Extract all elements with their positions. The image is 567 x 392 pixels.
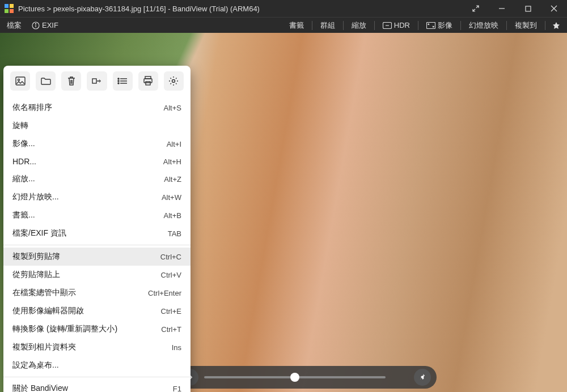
menu-item-about[interactable]: 關於 BandiViewF1 bbox=[3, 380, 191, 392]
menu-item-copy-to-folder[interactable]: 複製到相片資料夾Ins bbox=[3, 338, 191, 356]
menu-item-label: HDR... bbox=[12, 157, 36, 166]
svg-rect-5 bbox=[526, 6, 531, 11]
maximize-button[interactable] bbox=[515, 0, 541, 17]
tool-print-button[interactable] bbox=[138, 71, 158, 91]
menu-group[interactable]: 群組 bbox=[315, 19, 341, 32]
tool-settings-button[interactable] bbox=[164, 71, 184, 91]
menu-item-slideshow-menu[interactable]: 幻燈片放映...Alt+W bbox=[3, 188, 191, 206]
viewer-area[interactable]: 依名稱排序Alt+S旋轉影像...Alt+IHDR...Alt+H縮放...Al… bbox=[0, 33, 567, 392]
menu-item-shortcut: Ins bbox=[172, 343, 181, 352]
tool-folder-button[interactable] bbox=[36, 71, 56, 91]
svg-rect-13 bbox=[427, 22, 435, 28]
svg-rect-16 bbox=[92, 79, 96, 83]
svg-rect-2 bbox=[5, 9, 9, 13]
svg-point-10 bbox=[35, 23, 36, 24]
menu-slideshow-label: 幻燈放映 bbox=[469, 20, 498, 31]
image-icon bbox=[15, 76, 26, 86]
close-button[interactable] bbox=[541, 0, 567, 17]
svg-rect-1 bbox=[10, 4, 14, 8]
menu-hdr-label: HDR bbox=[394, 21, 410, 29]
file-dropdown: 依名稱排序Alt+S旋轉影像...Alt+IHDR...Alt+H縮放...Al… bbox=[3, 66, 191, 392]
menu-item-bookmark-menu[interactable]: 書籤...Alt+B bbox=[3, 206, 191, 224]
app-window: Pictures > pexels-pixabay-361184.jpg [11… bbox=[0, 0, 567, 392]
menu-item-label: 複製到相片資料夾 bbox=[12, 342, 76, 352]
app-icon bbox=[5, 4, 14, 13]
menu-file[interactable]: 檔案 bbox=[2, 19, 26, 32]
menu-item-label: 關於 BandiView bbox=[12, 384, 68, 392]
menu-item-shortcut: Alt+B bbox=[164, 211, 181, 220]
separator bbox=[418, 21, 418, 30]
menu-item-label: 轉換影像 (旋轉/重新調整大小) bbox=[12, 324, 117, 334]
menu-separator bbox=[3, 245, 191, 245]
titlebar: Pictures > pexels-pixabay-361184.jpg [11… bbox=[0, 0, 567, 17]
menu-item-set-wallpaper[interactable]: 設定為桌布... bbox=[3, 356, 191, 374]
menu-item-shortcut: TAB bbox=[168, 229, 181, 238]
bottom-pin-button[interactable] bbox=[414, 369, 431, 386]
tool-delete-button[interactable] bbox=[61, 71, 81, 91]
menu-item-paste-clipboard[interactable]: 從剪貼簿貼上Ctrl+V bbox=[3, 266, 191, 284]
svg-rect-0 bbox=[5, 4, 9, 8]
menu-item-label: 書籤... bbox=[12, 210, 35, 220]
svg-rect-25 bbox=[146, 82, 150, 85]
menu-bookmark-label: 書籤 bbox=[289, 20, 304, 31]
svg-rect-3 bbox=[10, 9, 14, 13]
expand-button[interactable] bbox=[463, 0, 489, 17]
menu-item-label: 複製到剪貼簿 bbox=[12, 252, 60, 262]
svg-point-22 bbox=[118, 83, 119, 84]
menubar-right: 書籤 群組 縮放 HDR 影像 幻燈放映 複製到 bbox=[284, 19, 565, 32]
info-icon bbox=[32, 22, 40, 29]
svg-point-21 bbox=[118, 80, 119, 82]
separator bbox=[460, 21, 461, 30]
fit-icon bbox=[426, 22, 435, 29]
menu-item-shortcut: Alt+W bbox=[162, 193, 181, 202]
tool-list-button[interactable] bbox=[113, 71, 133, 91]
svg-point-15 bbox=[18, 79, 19, 80]
menu-zoom[interactable]: 縮放 bbox=[346, 19, 372, 32]
menu-item-convert[interactable]: 轉換影像 (旋轉/重新調整大小)Ctrl+T bbox=[3, 320, 191, 338]
menu-item-shortcut: Alt+H bbox=[163, 157, 181, 166]
dropdown-list: 依名稱排序Alt+S旋轉影像...Alt+IHDR...Alt+H縮放...Al… bbox=[3, 96, 191, 392]
menu-image-label: 影像 bbox=[438, 20, 452, 31]
menu-item-file-exif[interactable]: 檔案/EXIF 資訊TAB bbox=[3, 224, 191, 242]
menu-file-label: 檔案 bbox=[7, 20, 22, 31]
trash-icon bbox=[67, 76, 76, 86]
menu-item-open-editor[interactable]: 使用影像編輯器開啟Ctrl+E bbox=[3, 302, 191, 320]
menubar-pin-button[interactable] bbox=[548, 20, 565, 31]
menu-slideshow[interactable]: 幻燈放映 bbox=[463, 19, 504, 32]
tool-transform-button[interactable] bbox=[87, 71, 107, 91]
menu-item-rotate[interactable]: 旋轉 bbox=[3, 117, 191, 135]
folder-icon bbox=[41, 76, 51, 86]
menu-item-shortcut: Alt+Z bbox=[164, 175, 181, 184]
menu-item-shortcut: Ctrl+C bbox=[160, 253, 181, 261]
menu-copyto[interactable]: 複製到 bbox=[509, 19, 543, 32]
menu-exif[interactable]: EXIF bbox=[27, 19, 63, 31]
menu-item-zoom-menu[interactable]: 縮放...Alt+Z bbox=[3, 170, 191, 188]
menu-item-label: 幻燈片放映... bbox=[12, 192, 59, 202]
menu-item-shortcut: Alt+I bbox=[167, 140, 181, 148]
separator bbox=[312, 21, 312, 30]
separator bbox=[506, 21, 507, 30]
menu-item-hdr-menu[interactable]: HDR...Alt+H bbox=[3, 153, 191, 170]
menu-item-image-menu[interactable]: 影像...Alt+I bbox=[3, 135, 191, 153]
menu-copyto-label: 複製到 bbox=[515, 20, 537, 31]
position-slider[interactable] bbox=[204, 376, 386, 378]
menu-item-copy-clipboard[interactable]: 複製到剪貼簿Ctrl+C bbox=[3, 248, 191, 266]
menu-item-show-explorer[interactable]: 在檔案總管中顯示Ctrl+Enter bbox=[3, 284, 191, 302]
svg-rect-24 bbox=[144, 79, 152, 83]
svg-point-20 bbox=[118, 78, 119, 79]
tool-image-button[interactable] bbox=[10, 71, 30, 91]
svg-point-26 bbox=[172, 80, 175, 83]
menu-hdr[interactable]: HDR bbox=[377, 19, 416, 31]
gear-icon bbox=[168, 76, 179, 86]
menu-item-sort-by-name[interactable]: 依名稱排序Alt+S bbox=[3, 99, 191, 117]
separator bbox=[374, 21, 375, 30]
menu-item-label: 在檔案總管中顯示 bbox=[12, 288, 76, 298]
dropdown-toolbar bbox=[3, 66, 191, 96]
menu-image[interactable]: 影像 bbox=[421, 19, 458, 32]
menu-bookmark[interactable]: 書籤 bbox=[284, 19, 310, 32]
menubar-left: 檔案 EXIF bbox=[2, 19, 63, 32]
slider-knob[interactable] bbox=[290, 373, 299, 382]
minimize-button[interactable] bbox=[489, 0, 515, 17]
menu-exif-label: EXIF bbox=[42, 21, 58, 29]
menu-item-label: 縮放... bbox=[12, 174, 35, 184]
